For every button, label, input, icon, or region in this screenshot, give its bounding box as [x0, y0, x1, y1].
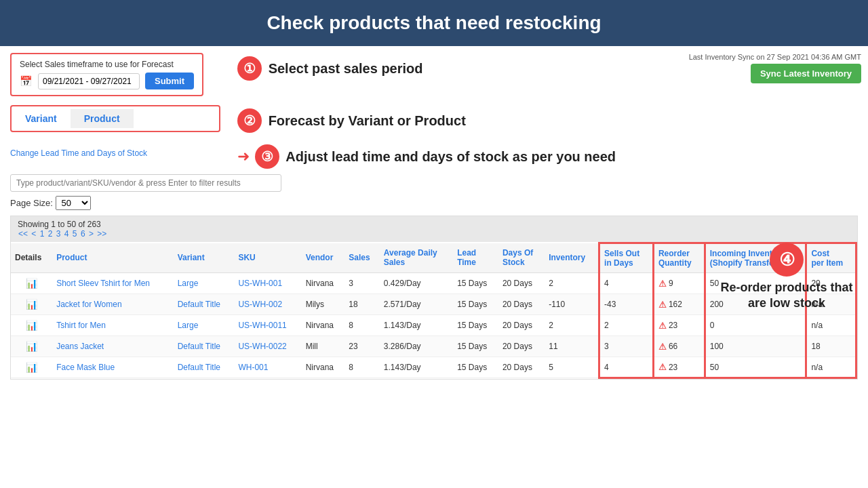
sku-link[interactable]: US-WH-0011: [238, 321, 286, 330]
cell-inventory: 2: [545, 315, 599, 336]
cell-vendor: Nirvana: [302, 273, 345, 294]
submit-button[interactable]: Submit: [145, 73, 194, 89]
tab-variant[interactable]: Variant: [12, 109, 71, 128]
chart-icon[interactable]: 📊: [26, 278, 37, 289]
cell-cost: 18: [806, 336, 856, 357]
cell-days-stock: 20 Days: [498, 336, 545, 357]
reorder-badge: ⚠ 66: [658, 342, 677, 352]
lead-time-link[interactable]: Change Lead Time and Days of Stock: [10, 148, 227, 158]
product-link[interactable]: Jeans Jacket: [56, 342, 104, 351]
reorder-badge: ⚠ 23: [658, 321, 677, 331]
cell-reorder-qty: ⚠ 9: [653, 273, 705, 294]
warning-icon: ⚠: [658, 300, 667, 310]
col-lead-time: LeadTime: [453, 243, 498, 273]
cell-inventory: 2: [545, 273, 599, 294]
col-sells-out: Sells Outin Days: [599, 243, 654, 273]
cell-days-stock: 20 Days: [498, 294, 545, 315]
col-sku: SKU: [234, 243, 301, 273]
cell-vendor: Mill: [302, 336, 345, 357]
pagination-first[interactable]: <<: [18, 229, 28, 239]
chart-icon[interactable]: 📊: [26, 341, 37, 352]
pagination-6[interactable]: 6: [81, 229, 85, 239]
cell-sales: 8: [344, 357, 380, 378]
showing-count: Showing 1 to 50 of 263: [18, 220, 101, 229]
cell-avg-daily: 0.429/Day: [380, 273, 453, 294]
pagination-last[interactable]: >>: [97, 229, 106, 239]
chart-icon[interactable]: 📊: [26, 320, 37, 331]
product-link[interactable]: Tshirt for Men: [56, 321, 106, 330]
pagination-1[interactable]: 1: [40, 229, 45, 239]
cell-inventory: 5: [545, 357, 599, 378]
col-details: Details: [11, 243, 52, 273]
col-variant: Variant: [174, 243, 235, 273]
pagination-prev[interactable]: <: [31, 229, 36, 239]
step1-label: Select past sales period: [269, 61, 423, 76]
product-link[interactable]: Short Sleev Tshirt for Men: [56, 279, 150, 288]
cell-product: Jeans Jacket: [52, 336, 173, 357]
cell-variant: Large: [174, 273, 235, 294]
sku-link[interactable]: US-WH-002: [238, 300, 282, 309]
cell-details[interactable]: 📊: [11, 315, 52, 336]
variant-link[interactable]: Large: [178, 321, 199, 330]
pagination-5[interactable]: 5: [73, 229, 77, 239]
step2-label: Forecast by Variant or Product: [269, 113, 466, 128]
cell-details[interactable]: 📊: [11, 357, 52, 378]
sku-link[interactable]: US-WH-001: [238, 279, 282, 288]
page-size-label: Page Size:: [10, 198, 53, 208]
cell-sku: US-WH-001: [234, 273, 301, 294]
cell-sales: 8: [344, 315, 380, 336]
step2-left: Variant Product: [10, 105, 227, 138]
table-row: 📊 Jeans Jacket Default Title US-WH-0022 …: [11, 336, 856, 357]
cell-cost: n/a: [806, 357, 856, 378]
col-sales: Sales: [344, 243, 380, 273]
tab-product[interactable]: Product: [71, 109, 134, 128]
cell-variant: Default Title: [174, 357, 235, 378]
cell-details[interactable]: 📊: [11, 294, 52, 315]
step1-left: Select Sales timeframe to use for Foreca…: [10, 53, 227, 102]
variant-link[interactable]: Default Title: [178, 300, 220, 309]
product-link[interactable]: Face Mask Blue: [56, 363, 115, 372]
pagination-2[interactable]: 2: [48, 229, 53, 239]
chart-icon[interactable]: 📊: [26, 362, 37, 373]
cell-sales: 23: [344, 336, 380, 357]
cell-vendor: Nirvana: [302, 315, 345, 336]
page-header: Check products that need restocking: [0, 0, 868, 46]
pagination: << < 1 2 3 4 5 6 > >>: [18, 229, 107, 239]
sku-link[interactable]: WH-001: [238, 363, 268, 372]
cell-incoming: 50: [705, 357, 806, 378]
col-avg-daily: Average DailySales: [380, 243, 453, 273]
step1-circle: ①: [237, 56, 262, 81]
product-link[interactable]: Jacket for Women: [56, 300, 121, 309]
cell-inventory: 11: [545, 336, 599, 357]
table-row: 📊 Tshirt for Men Large US-WH-0011 Nirvan…: [11, 315, 856, 336]
cell-product: Short Sleev Tshirt for Men: [52, 273, 173, 294]
cell-details[interactable]: 📊: [11, 336, 52, 357]
cell-details[interactable]: 📊: [11, 273, 52, 294]
sku-link[interactable]: US-WH-0022: [238, 342, 286, 351]
cell-variant: Default Title: [174, 294, 235, 315]
pagination-next[interactable]: >: [89, 229, 94, 239]
cell-cost: n/a: [806, 315, 856, 336]
reorder-badge: ⚠ 23: [658, 362, 677, 372]
filter-input[interactable]: [10, 174, 281, 192]
pagination-3[interactable]: 3: [56, 229, 61, 239]
variant-link[interactable]: Large: [178, 279, 199, 288]
cell-days-stock: 20 Days: [498, 357, 545, 378]
step1-row: Select Sales timeframe to use for Foreca…: [10, 53, 858, 102]
col-reorder-qty: ReorderQuantity: [653, 243, 705, 273]
forecast-label: Select Sales timeframe to use for Foreca…: [20, 60, 194, 69]
cell-sells-out: 3: [599, 336, 654, 357]
chart-icon[interactable]: 📊: [26, 299, 37, 310]
step3-circle: ③: [255, 144, 279, 169]
tabs-box: Variant Product: [10, 105, 220, 132]
page-size-select[interactable]: 10 25 50 100: [56, 196, 91, 210]
cell-sales: 18: [344, 294, 380, 315]
date-range-input[interactable]: [38, 73, 140, 89]
cell-reorder-qty: ⚠ 66: [653, 336, 705, 357]
variant-link[interactable]: Default Title: [178, 363, 220, 372]
variant-link[interactable]: Default Title: [178, 342, 220, 351]
calendar-icon: 📅: [20, 75, 33, 87]
step1-annotation: ① Select past sales period: [227, 53, 423, 81]
pagination-4[interactable]: 4: [64, 229, 69, 239]
cell-incoming: 0: [705, 315, 806, 336]
